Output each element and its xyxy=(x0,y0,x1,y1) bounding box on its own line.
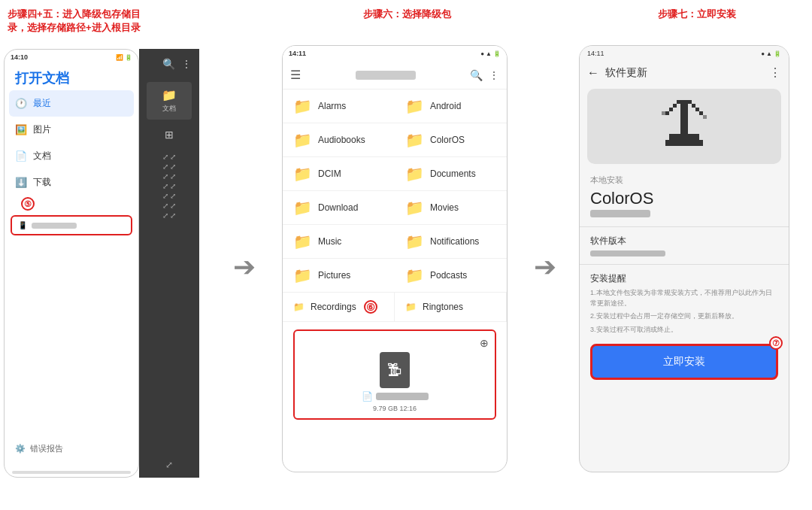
folder-icon-dcim: 📁 xyxy=(293,165,312,183)
folder-ringtones-label: Ringtones xyxy=(423,302,463,312)
more-icon-mid[interactable]: ⋮ xyxy=(489,69,499,81)
scrollbar-left[interactable] xyxy=(12,471,131,474)
arrow1-container: ➔ xyxy=(222,45,267,489)
status-time-left: 14:10 xyxy=(11,53,28,61)
status-bar-mid: 14:11 ● ▲ 🔋 xyxy=(283,46,507,61)
nav-download[interactable]: ⬇️ 下载 xyxy=(5,169,138,196)
svg-rect-0 xyxy=(677,100,692,104)
folder-audiobooks-label: Audiobooks xyxy=(318,135,365,145)
svg-rect-4 xyxy=(695,108,699,111)
notice3-text: 3.安装过程不可取消或终止。 xyxy=(580,323,789,337)
mid-top-icons: 🔍 ⋮ xyxy=(470,69,499,81)
step6-label: 步骤六：选择降级包 xyxy=(271,8,544,35)
folder-documents-label: Documents xyxy=(430,168,476,179)
expand-icon-14: ⤢ xyxy=(170,211,176,220)
folder-icon-movies: 📁 xyxy=(405,199,424,217)
gear-icon: ⚙️ xyxy=(15,444,26,454)
back-arrow-icon[interactable]: ← xyxy=(587,66,599,80)
status-time-right: 14:11 xyxy=(587,50,604,57)
search-icon-side[interactable]: 🔍 xyxy=(159,52,178,76)
folder-coloros-label: ColorOS xyxy=(430,135,465,145)
grid-icon-side[interactable]: ⊞ xyxy=(162,123,177,147)
phone-icon: 📱 xyxy=(18,221,27,229)
folder-pictures[interactable]: 📁 Pictures xyxy=(283,259,395,293)
nav-images-label: 图片 xyxy=(33,123,51,136)
divider2 xyxy=(580,264,789,265)
folder-music[interactable]: 📁 Music xyxy=(283,225,395,259)
folder-alarms-label: Alarms xyxy=(318,101,346,111)
error-report[interactable]: ⚙️ 错误报告 xyxy=(5,437,138,460)
panel2-container: 14:11 ● ▲ 🔋 ☰ 🔍 ⋮ 📁 A xyxy=(267,45,523,489)
expand-icon-8: ⤢ xyxy=(170,182,176,190)
folder-documents[interactable]: 📁 Documents xyxy=(395,157,507,191)
notice2-text: 2.安装过程中会占用一定存储空间，更新后释放。 xyxy=(580,310,789,323)
folder-download[interactable]: 📁 Download xyxy=(283,191,395,225)
folder-row-recordings-ringtones: 📁 Recordings ⑥ 📁 Ringtones xyxy=(283,293,507,322)
panel3-container: 14:11 ● ▲ 🔋 ← 软件更新 ⋮ xyxy=(568,45,801,489)
folder-icon-audiobooks: 📁 xyxy=(293,131,312,149)
file-name-blur xyxy=(376,393,429,400)
folder-icon-notifications: 📁 xyxy=(405,232,424,250)
error-report-label: 错误报告 xyxy=(30,443,63,454)
nav-docs[interactable]: 📄 文档 xyxy=(5,143,138,169)
folder-recordings[interactable]: 📁 Recordings ⑥ xyxy=(283,293,395,321)
status-icons-left: 📶 🔋 xyxy=(116,54,132,61)
more-icon-side[interactable]: ⋮ xyxy=(178,52,195,76)
three-dots-icon[interactable]: ⋮ xyxy=(769,65,781,80)
svg-rect-6 xyxy=(699,111,703,115)
arrow2-icon: ➔ xyxy=(534,251,556,283)
folder-android[interactable]: 📁 Android xyxy=(395,90,507,123)
folder-podcasts[interactable]: 📁 Podcasts xyxy=(395,259,507,293)
mid-top-bar: ☰ 🔍 ⋮ xyxy=(283,61,507,90)
nav-recent[interactable]: 🕐 最近 xyxy=(9,90,134,117)
step5-circle: ⑤ xyxy=(21,197,35,211)
file-selected-area[interactable]: ⊕ 🗜 📄 9.79 GB 12:16 xyxy=(293,329,496,420)
nav-images[interactable]: 🖼️ 图片 xyxy=(5,117,138,143)
folder-icon-alarms: 📁 xyxy=(293,97,312,115)
update-banner xyxy=(587,89,781,164)
folder-movies[interactable]: 📁 Movies xyxy=(395,191,507,225)
image-icon: 🖼️ xyxy=(15,124,27,135)
folder-icon-podcasts: 📁 xyxy=(405,266,424,284)
nav-docs-label: 文档 xyxy=(33,150,51,162)
search-icon-mid[interactable]: 🔍 xyxy=(470,69,483,81)
folder-notifications[interactable]: 📁 Notifications xyxy=(395,225,507,259)
hamburger-icon[interactable]: ☰ xyxy=(290,68,301,82)
pixel-upload-svg xyxy=(647,93,722,160)
file-zip-icon: 🗜 xyxy=(380,352,410,388)
right-top-bar: ← 软件更新 ⋮ xyxy=(580,61,789,84)
phone-screen-mid: 14:11 ● ▲ 🔋 ☰ 🔍 ⋮ 📁 A xyxy=(282,45,508,472)
folder-grid: 📁 Alarms 📁 Android 📁 Audiobooks 📁 ColorO… xyxy=(283,90,507,293)
notice1-text: 1.本地文件包安装为非常规安装方式，不推荐用户以此作为日常更新途径。 xyxy=(580,287,789,310)
download-icon: ⬇️ xyxy=(15,177,27,188)
install-notice-title: 安装提醒 xyxy=(580,268,789,287)
file-expand-icon[interactable]: ⊕ xyxy=(480,337,489,349)
svg-rect-1 xyxy=(673,104,677,108)
install-version-blur xyxy=(590,210,650,217)
folder-alarms[interactable]: 📁 Alarms xyxy=(283,90,395,123)
status-icons-mid: ● ▲ 🔋 xyxy=(480,50,501,57)
nav-download-label: 下载 xyxy=(33,176,51,189)
folder-ringtones[interactable]: 📁 Ringtones xyxy=(395,293,507,321)
expand-icon-6: ⤢ xyxy=(170,172,176,181)
folder-audiobooks[interactable]: 📁 Audiobooks xyxy=(283,123,395,157)
battery-icon-right: 🔋 xyxy=(774,50,781,57)
folder-icon-pictures: 📁 xyxy=(293,266,312,284)
arrow1-icon: ➔ xyxy=(233,251,256,283)
side-folder-label: 文档 xyxy=(162,104,176,114)
svg-rect-8 xyxy=(669,134,699,140)
step4-label: 步骤四+五：进入降级包存储目 录，选择存储路径+进入根目录 xyxy=(8,8,165,35)
folder-dcim[interactable]: 📁 DCIM xyxy=(283,157,395,191)
battery-icon: 🔋 xyxy=(125,54,132,61)
folder-music-label: Music xyxy=(318,236,341,247)
install-now-button[interactable]: 立即安装 xyxy=(590,344,778,380)
folder-podcasts-label: Podcasts xyxy=(430,270,467,281)
expand-icon-12: ⤢ xyxy=(170,202,176,210)
side-folder-doc[interactable]: 📁 文档 xyxy=(147,82,192,120)
signal-icon-right: ● xyxy=(761,50,765,57)
phone-screen-right: 14:11 ● ▲ 🔋 ← 软件更新 ⋮ xyxy=(579,45,789,472)
highlighted-storage-item[interactable]: 📱 xyxy=(11,215,132,235)
folder-coloros[interactable]: 📁 ColorOS xyxy=(395,123,507,157)
svg-rect-9 xyxy=(665,140,703,146)
step7-circle: ⑦ xyxy=(769,336,783,350)
